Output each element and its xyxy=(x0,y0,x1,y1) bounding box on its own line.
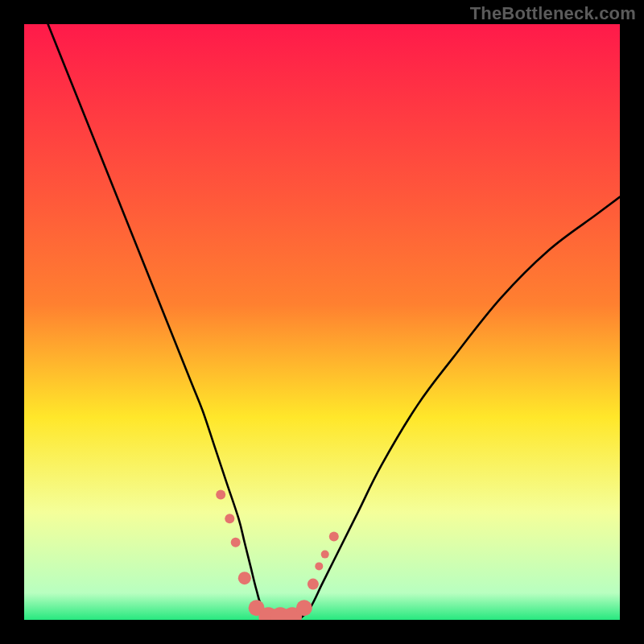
svg-point-2 xyxy=(225,514,234,523)
watermark-text: TheBottleneck.com xyxy=(470,3,636,24)
svg-point-12 xyxy=(321,551,329,559)
chart-frame: TheBottleneck.com xyxy=(0,0,644,644)
svg-point-4 xyxy=(238,572,251,584)
bottleneck-chart xyxy=(24,24,620,620)
svg-rect-0 xyxy=(24,24,620,620)
svg-point-11 xyxy=(315,562,323,570)
svg-point-10 xyxy=(308,579,319,590)
chart-canvas xyxy=(24,24,620,620)
svg-point-3 xyxy=(231,538,241,547)
svg-point-13 xyxy=(329,531,339,541)
svg-point-1 xyxy=(216,490,225,500)
svg-point-9 xyxy=(296,600,312,616)
